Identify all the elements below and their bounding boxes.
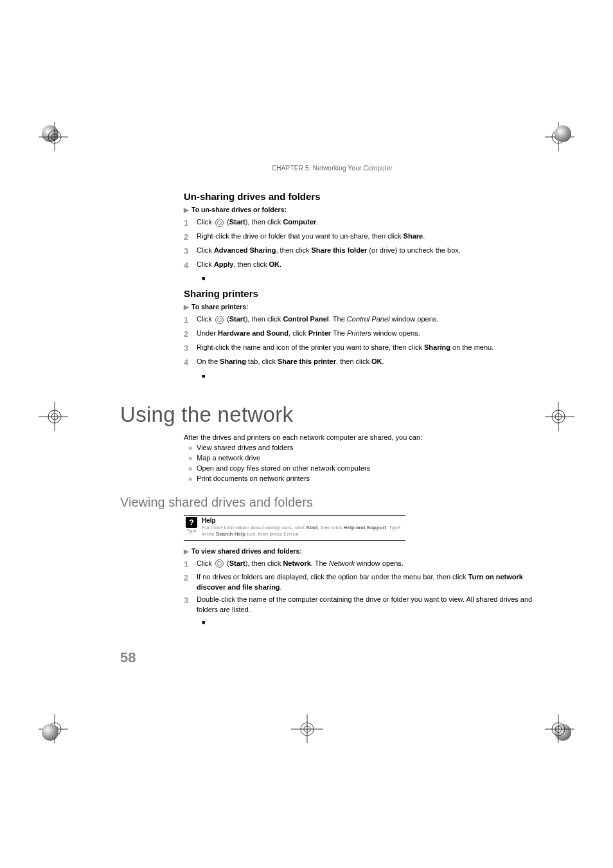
printers-title: Sharing printers — [184, 288, 544, 299]
triangle-icon: ▶ — [184, 206, 189, 213]
bullet-1: ■View shared drives and folders — [184, 444, 544, 453]
printers-step-3: 3Right-click the name and icon of the pr… — [184, 343, 544, 355]
start-icon — [215, 559, 224, 568]
triangle-icon: ▶ — [184, 548, 189, 555]
end-mark: ■ — [202, 373, 544, 379]
printers-step-2: 2Under Hardware and Sound, click Printer… — [184, 329, 544, 341]
printers-step-1: 1Click (Start), then click Control Panel… — [184, 314, 544, 327]
help-type-label: Type — [184, 529, 199, 533]
start-icon — [215, 219, 224, 227]
unshare-step-1: 1Click (Start), then click Computer. — [184, 217, 544, 230]
unshare-title: Un-sharing drives and folders — [184, 191, 544, 202]
start-icon — [215, 316, 224, 324]
unshare-step-2: 2Right-click the drive or folder that yo… — [184, 231, 544, 244]
viewing-task: ▶To view shared drives and folders: — [184, 547, 544, 555]
registration-mark-icon — [545, 711, 581, 747]
bullet-3: ■Open and copy files stored on other net… — [184, 464, 544, 473]
help-body: For more information about workgroups, c… — [202, 525, 405, 538]
using-network-heading: Using the network — [120, 402, 544, 427]
viewing-step-2: 2If no drives or folders are displayed, … — [184, 572, 544, 593]
bullet-4: ■Print documents on network printers — [184, 475, 544, 484]
help-title: Help — [202, 517, 405, 524]
triangle-icon: ▶ — [184, 303, 189, 311]
viewing-step-3: 3Double-click the name of the computer c… — [184, 595, 544, 615]
printers-task: ▶To share printers: — [184, 303, 544, 311]
viewing-step-1: 1Click (Start), then click Network. The … — [184, 559, 544, 571]
registration-mark-icon — [32, 399, 68, 435]
bullet-2: ■Map a network drive — [184, 454, 544, 463]
registration-mark-icon — [545, 399, 581, 435]
help-box: ? Type Help For more information about w… — [184, 515, 405, 541]
help-icon: ? — [186, 517, 197, 528]
end-mark: ■ — [202, 275, 544, 282]
using-intro: After the drives and printers on each ne… — [184, 433, 544, 441]
registration-mark-icon — [289, 711, 325, 747]
using-intro-block: After the drives and printers on each ne… — [184, 433, 544, 484]
unshare-section: Un-sharing drives and folders ▶To un-sha… — [184, 191, 544, 379]
page-number: 58 — [120, 649, 136, 666]
crop-sphere-icon — [42, 724, 58, 741]
printers-step-4: 4On the Sharing tab, click Share this pr… — [184, 357, 544, 369]
end-mark: ■ — [202, 619, 544, 626]
unshare-step-4: 4Click Apply, then click OK. — [184, 260, 544, 272]
unshare-step-3: 3Click Advanced Sharing, then click Shar… — [184, 246, 544, 258]
viewing-heading: Viewing shared drives and folders — [120, 495, 544, 510]
crop-sphere-icon — [555, 125, 571, 142]
unshare-task: ▶To un-share drives or folders: — [184, 206, 544, 213]
chapter-header: CHAPTER 5: Networking Your Computer — [120, 165, 544, 172]
registration-mark-icon — [32, 119, 68, 155]
